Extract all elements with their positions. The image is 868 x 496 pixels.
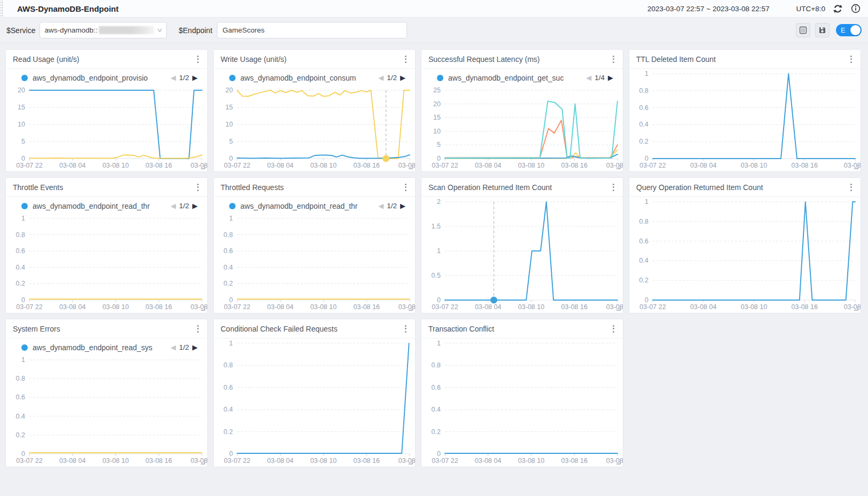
resize-handle[interactable] — [616, 306, 621, 311]
series-label[interactable]: aws_dynamodb_endpoint_read_thr — [33, 202, 167, 210]
resize-handle[interactable] — [616, 460, 621, 464]
svg-text:03-08 04: 03-08 04 — [59, 162, 85, 169]
next-page-icon[interactable]: ▶ — [189, 74, 201, 82]
kebab-menu-icon[interactable] — [403, 182, 408, 193]
endpoint-input[interactable] — [217, 22, 407, 38]
svg-text:5: 5 — [21, 138, 25, 145]
svg-text:0.4: 0.4 — [16, 413, 25, 420]
svg-text:0.5: 0.5 — [432, 272, 441, 279]
resize-handle[interactable] — [201, 165, 205, 169]
next-page-icon[interactable]: ▶ — [397, 74, 409, 82]
next-page-icon[interactable]: ▶ — [605, 74, 616, 82]
svg-text:0: 0 — [437, 450, 441, 458]
prev-page-icon[interactable]: ◀ — [167, 343, 179, 351]
resize-handle[interactable] — [616, 165, 621, 169]
kebab-menu-icon[interactable] — [849, 182, 854, 193]
panel-header: System Errors — [6, 319, 207, 338]
svg-text:03-08 04: 03-08 04 — [59, 303, 85, 311]
svg-text:0.4: 0.4 — [224, 264, 233, 271]
svg-text:25: 25 — [433, 86, 441, 94]
series-line — [445, 101, 617, 159]
svg-text:03-08 10: 03-08 10 — [310, 303, 337, 311]
resize-handle[interactable] — [201, 306, 205, 311]
series-label[interactable]: aws_dynamodb_endpoint_get_suc — [448, 74, 583, 82]
svg-text:1: 1 — [21, 356, 25, 364]
timezone[interactable]: UTC+8:0 — [796, 5, 825, 13]
kebab-menu-icon[interactable] — [611, 182, 616, 193]
time-range[interactable]: 2023-03-07 22:57 ~ 2023-03-08 22:57 — [647, 5, 770, 13]
refresh-icon[interactable] — [833, 4, 843, 14]
next-page-icon[interactable]: ▶ — [189, 343, 201, 351]
panel-header: Read Usage (unit/s) — [6, 50, 207, 69]
svg-text:0.4: 0.4 — [639, 257, 648, 264]
resize-handle[interactable] — [201, 460, 205, 464]
prev-page-icon[interactable]: ◀ — [375, 202, 387, 210]
series-label[interactable]: aws_dynamodb_endpoint_provisio — [33, 74, 167, 82]
svg-text:0: 0 — [229, 296, 233, 304]
svg-text:0.4: 0.4 — [224, 406, 233, 413]
svg-text:0.6: 0.6 — [639, 104, 648, 112]
svg-text:1: 1 — [645, 198, 648, 206]
svg-text:0: 0 — [21, 450, 25, 458]
prev-page-icon[interactable]: ◀ — [167, 74, 179, 82]
series-label[interactable]: aws_dynamodb_endpoint_read_sys — [33, 343, 167, 352]
resize-handle[interactable] — [854, 165, 858, 169]
kebab-menu-icon[interactable] — [849, 53, 854, 65]
series-label[interactable]: aws_dynamodb_endpoint_consum — [240, 74, 375, 82]
grid-view-button[interactable] — [796, 23, 810, 37]
resize-handle[interactable] — [409, 460, 413, 464]
svg-text:03-08 04: 03-08 04 — [690, 162, 716, 169]
panel-title: Conditional Check Failed Requests — [221, 325, 338, 333]
svg-text:20: 20 — [433, 100, 441, 108]
edit-mode-toggle-label: E — [841, 27, 845, 34]
resize-handle[interactable] — [854, 306, 858, 311]
resize-handle[interactable] — [409, 306, 413, 311]
kebab-menu-icon[interactable] — [403, 323, 408, 335]
prev-page-icon[interactable]: ◀ — [375, 74, 387, 82]
svg-text:03-07 22: 03-07 22 — [224, 162, 250, 169]
panel-title: Read Usage (unit/s) — [13, 55, 80, 64]
chart-canvas: 10.80.60.40.2003-07 2203-08 0403-08 1003… — [214, 214, 415, 313]
svg-text:0.8: 0.8 — [224, 231, 233, 239]
save-button[interactable] — [815, 23, 830, 37]
svg-text:0.6: 0.6 — [16, 247, 25, 255]
resize-handle[interactable] — [409, 165, 413, 169]
legend-page-indicator: 1/4 — [595, 74, 605, 82]
redacted-account-id — [99, 26, 154, 34]
info-icon[interactable] — [850, 4, 861, 14]
chart: 10.80.60.40.2003-07 2203-08 0403-08 1003… — [421, 338, 623, 467]
kebab-menu-icon[interactable] — [196, 323, 200, 335]
svg-text:0.4: 0.4 — [432, 406, 441, 413]
edit-mode-toggle[interactable]: E — [836, 24, 862, 36]
kebab-menu-icon[interactable] — [611, 53, 616, 65]
series-dot-icon — [229, 203, 236, 209]
chart-canvas: 10.80.60.40.2003-07 2203-08 0403-08 1003… — [6, 214, 207, 313]
next-page-icon[interactable]: ▶ — [397, 202, 409, 210]
kebab-menu-icon[interactable] — [611, 323, 616, 335]
svg-text:03-08 16: 03-08 16 — [561, 457, 588, 464]
app-header: AWS-DynamoDB-Endpoint 2023-03-07 22:57 ~… — [0, 0, 868, 18]
panel-title: Transaction Conflict — [428, 325, 494, 333]
series-label[interactable]: aws_dynamodb_endpoint_read_thr — [240, 202, 375, 210]
svg-text:03-08 10: 03-08 10 — [741, 162, 767, 169]
series-line — [445, 150, 617, 159]
prev-page-icon[interactable]: ◀ — [583, 74, 595, 82]
filter-bar-actions: E — [796, 23, 862, 37]
svg-text:0.2: 0.2 — [16, 431, 25, 439]
kebab-menu-icon[interactable] — [196, 182, 200, 193]
service-select[interactable]: aws-dynamodb:: ∨ — [40, 22, 167, 38]
panel-title: Throttled Requests — [221, 183, 284, 192]
drag-handle-icon[interactable] — [0, 0, 3, 17]
panel-header: Throttled Requests — [214, 178, 415, 197]
svg-text:15: 15 — [18, 104, 25, 111]
panel-title: Scan Operation Returned Item Count — [428, 183, 552, 192]
next-page-icon[interactable]: ▶ — [189, 202, 201, 210]
svg-text:0.2: 0.2 — [224, 280, 233, 287]
kebab-menu-icon[interactable] — [196, 53, 200, 65]
kebab-menu-icon[interactable] — [403, 53, 408, 65]
endpoint-variable-label: $Endpoint — [178, 26, 212, 35]
service-variable-label: $Service — [6, 26, 35, 35]
prev-page-icon[interactable]: ◀ — [167, 202, 179, 210]
panel-header: Conditional Check Failed Requests — [214, 319, 415, 338]
chart: 10.80.60.40.2003-07 2203-08 0403-08 1003… — [6, 355, 207, 467]
